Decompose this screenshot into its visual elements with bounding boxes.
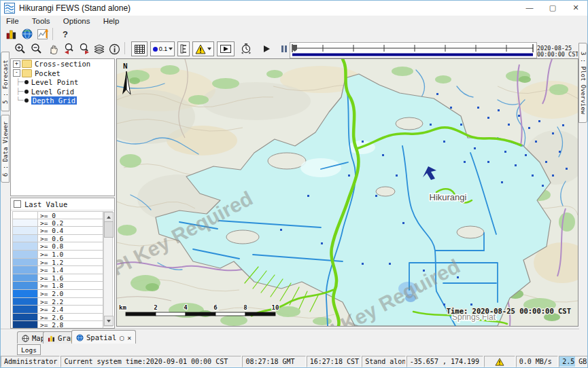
app-window: Hikurangi FEWS (Stand alone) — ▢ ✕ File … <box>0 0 588 368</box>
tree-connector: ├─ <box>16 88 24 95</box>
close-tab-icon[interactable]: ✕ <box>127 334 131 342</box>
legend-row: >= 2.8 <box>12 321 103 329</box>
zoom-in-icon[interactable] <box>13 41 28 56</box>
checkbox-icon[interactable] <box>14 200 21 208</box>
animation-settings-icon[interactable] <box>239 41 254 56</box>
globe-icon[interactable] <box>20 26 35 41</box>
toolbar-separator <box>52 28 53 40</box>
bullet-icon <box>24 98 29 103</box>
logs-row: Logs <box>1 344 579 355</box>
legend-swatch <box>13 290 38 297</box>
undock-tab-icon[interactable]: ▢ <box>120 334 124 342</box>
tab-spatial[interactable]: Spatial ▢ ✕ <box>71 330 136 344</box>
globe-icon <box>76 334 84 342</box>
legend-swatch <box>13 306 38 313</box>
legend-row: >= 0.2 <box>12 219 103 227</box>
dot-icon <box>153 47 158 52</box>
legend-row: >= 1.6 <box>12 274 103 282</box>
menu-help[interactable]: Help <box>98 16 125 26</box>
close-button[interactable]: ✕ <box>564 1 587 15</box>
database-icon[interactable] <box>3 26 18 41</box>
town-label: Hikurangi <box>430 192 467 202</box>
pan-hand-icon[interactable] <box>46 41 60 56</box>
bottom-tab-bar: Map Graph Spatial ▢ ✕ <box>1 329 579 344</box>
scale-legend-button[interactable] <box>177 41 190 56</box>
legend-row: >= 2.0 <box>12 290 103 298</box>
status-coordinates: -35.657 , 174.199 <box>407 356 483 367</box>
tree-item-pocket[interactable]: - Pocket <box>11 69 114 78</box>
legend-swatch <box>13 314 38 321</box>
legend-row: >= 1.2 <box>12 259 103 267</box>
legend-scrollbar[interactable] <box>103 211 113 327</box>
status-warning[interactable] <box>484 356 515 367</box>
scroll-down-button[interactable] <box>104 316 114 326</box>
legend-swatch <box>13 282 38 289</box>
svg-text:8: 8 <box>243 304 247 311</box>
expand-icon[interactable]: + <box>13 60 20 68</box>
tree-item-label: Pocket <box>35 69 60 77</box>
last-value-checkbox[interactable]: Last Value <box>11 198 114 210</box>
tree-item-label: Level Grid <box>31 88 74 96</box>
status-user: Administrator <box>1 356 60 367</box>
zoom-out-icon[interactable] <box>29 41 44 56</box>
legend-swatch <box>13 274 38 282</box>
menu-bar: File Tools Options Help <box>1 16 587 27</box>
title-bar: Hikurangi FEWS (Stand alone) — ▢ ✕ <box>1 1 587 16</box>
window-title: Hikurangi FEWS (Stand alone) <box>19 3 131 13</box>
scroll-up-button[interactable] <box>104 212 114 222</box>
legend-swatch <box>13 259 38 266</box>
play-button[interactable] <box>259 41 274 56</box>
legend-row: >= 2.2 <box>12 298 103 306</box>
svg-text:2: 2 <box>154 304 157 311</box>
tree-item-cross-section[interactable]: + Cross-section <box>11 60 114 69</box>
tab-data-viewer[interactable]: 6 : Data Viewer <box>1 115 10 183</box>
info-icon[interactable] <box>107 41 122 56</box>
timeseries-chart-icon[interactable] <box>36 26 51 41</box>
menu-options[interactable]: Options <box>58 16 96 26</box>
maximize-button[interactable]: ▢ <box>541 1 564 15</box>
time-slider[interactable] <box>290 42 537 58</box>
legend-row: >= 0 <box>12 211 103 219</box>
tab-plot-overview[interactable]: 3 : Plot Overview <box>578 43 587 123</box>
legend-swatch <box>13 298 38 306</box>
warnings-dropdown[interactable] <box>192 41 214 56</box>
help-icon[interactable]: ? <box>58 26 73 41</box>
bar-chart-icon <box>48 335 55 342</box>
legend-swatch <box>13 321 38 329</box>
tree-connector: ├─ <box>16 79 24 86</box>
status-mode: Stand alone <box>362 356 406 367</box>
menu-tools[interactable]: Tools <box>27 16 56 26</box>
status-system-time: Current system time:2020-09-01 00:00 CST <box>60 356 241 367</box>
collapse-icon[interactable]: - <box>13 69 20 77</box>
legend-row: >= 0.4 <box>12 227 103 235</box>
status-local-time: 16:27:18 CST <box>307 356 361 367</box>
layers-tree: + Cross-section - Pocket ├─ Level Point … <box>10 58 115 196</box>
legend-swatch <box>13 212 38 219</box>
map-canvas[interactable]: API Key Required API Key Required N km 2… <box>117 59 578 326</box>
legend-swatch <box>13 219 38 227</box>
status-network: 0.0 MB/s <box>516 356 559 367</box>
slider-handle[interactable] <box>292 45 297 52</box>
tree-connector: └─ <box>16 97 24 104</box>
menu-file[interactable]: File <box>1 16 24 26</box>
animation-player-button[interactable] <box>217 41 235 56</box>
minimize-button[interactable]: — <box>518 1 541 15</box>
classbreaks-dropdown[interactable]: 0.1 <box>150 41 175 56</box>
grid-display-button[interactable] <box>131 41 148 56</box>
tree-item-level-point[interactable]: ├─ Level Point <box>11 78 114 87</box>
legend-table: >= 0 >= 0.2 >= 0.4 >= 0.6 >= 0.8 >= 1.0 … <box>12 211 103 329</box>
scroll-thumb[interactable] <box>104 221 114 238</box>
folder-icon <box>22 60 32 68</box>
bullet-icon <box>24 80 29 84</box>
legend-row: >= 2.4 <box>12 306 103 314</box>
layers-icon[interactable] <box>92 41 107 56</box>
status-memory: 2.5 GB <box>559 356 588 367</box>
globe-icon <box>22 335 29 342</box>
left-tab-strip: 5 : Forecast 6 : Data Viewer <box>1 40 10 329</box>
tree-item-level-grid[interactable]: ├─ Level Grid <box>11 88 114 96</box>
tab-forecast[interactable]: 5 : Forecast <box>1 52 10 111</box>
tree-item-depth-grid[interactable]: └─ Depth Grid <box>11 96 114 105</box>
logs-button[interactable]: Logs <box>17 344 41 355</box>
zoom-previous-icon[interactable] <box>62 41 77 56</box>
zoom-next-icon[interactable] <box>77 41 92 56</box>
